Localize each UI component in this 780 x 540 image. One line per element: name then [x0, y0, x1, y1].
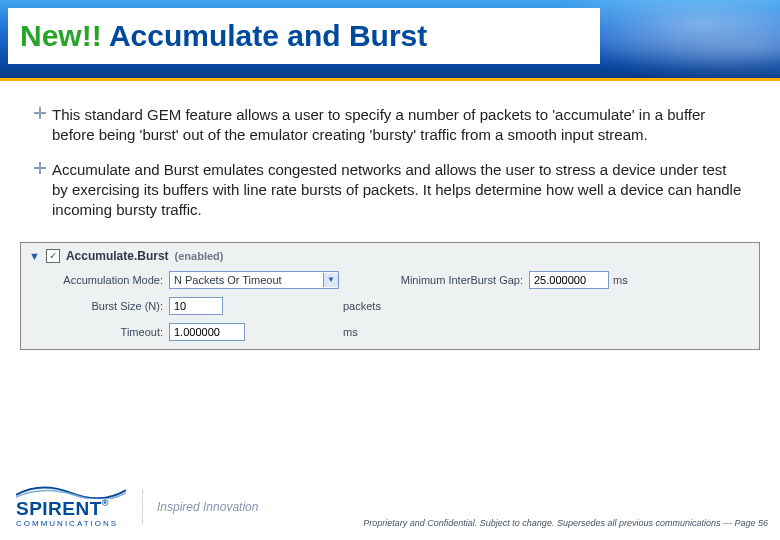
gap-input[interactable]: [529, 271, 609, 289]
logo-subname: COMMUNICATIONS: [16, 520, 126, 528]
bullet-text: Accumulate and Burst emulates congested …: [52, 160, 746, 221]
bullet-item: This standard GEM feature allows a user …: [34, 105, 746, 146]
mode-select[interactable]: N Packets Or Timeout ▼: [169, 271, 339, 289]
title-badge: New!!: [20, 19, 102, 52]
timeout-label: Timeout:: [29, 326, 169, 338]
bullet-icon: [34, 107, 52, 146]
slide-banner: New!! Accumulate and Burst: [0, 0, 780, 81]
gap-label: Minimum InterBurst Gap:: [379, 274, 529, 286]
burst-label: Burst Size (N):: [29, 300, 169, 312]
content-area: This standard GEM feature allows a user …: [0, 81, 780, 220]
svg-rect-1: [34, 112, 46, 114]
panel-status: (enabled): [175, 250, 224, 262]
tagline: Inspired Innovation: [142, 491, 258, 523]
burst-input[interactable]: [169, 297, 223, 315]
svg-rect-3: [34, 167, 46, 169]
panel-fields: Accumulation Mode: N Packets Or Timeout …: [21, 271, 759, 341]
timeout-input[interactable]: [169, 323, 245, 341]
panel-screenshot: ▼ ✓ Accumulate.Burst (enabled) Accumulat…: [0, 234, 780, 350]
title-bar: New!! Accumulate and Burst: [8, 8, 600, 64]
timeout-unit: ms: [339, 326, 633, 338]
slide-title: New!! Accumulate and Burst: [20, 19, 427, 53]
spirent-logo: SPIRENT® COMMUNICATIONS: [16, 485, 126, 528]
bullet-item: Accumulate and Burst emulates congested …: [34, 160, 746, 221]
footer-legal: Proprietary and Confidential. Subject to…: [363, 518, 768, 528]
logo-block: SPIRENT® COMMUNICATIONS Inspired Innovat…: [16, 485, 258, 528]
gap-unit: ms: [609, 274, 633, 286]
bullet-text: This standard GEM feature allows a user …: [52, 105, 746, 146]
burst-unit: packets: [339, 300, 633, 312]
accumulate-burst-panel: ▼ ✓ Accumulate.Burst (enabled) Accumulat…: [20, 242, 760, 350]
mode-value: N Packets Or Timeout: [174, 271, 282, 289]
bullet-icon: [34, 162, 52, 221]
collapse-toggle-icon[interactable]: ▼: [29, 250, 40, 262]
panel-header: ▼ ✓ Accumulate.Burst (enabled): [21, 243, 759, 271]
slide-footer: SPIRENT® COMMUNICATIONS Inspired Innovat…: [0, 485, 780, 530]
title-text: Accumulate and Burst: [102, 19, 428, 52]
enable-checkbox[interactable]: ✓: [46, 249, 60, 263]
panel-title: Accumulate.Burst: [66, 249, 169, 263]
chevron-down-icon: ▼: [323, 273, 338, 287]
mode-label: Accumulation Mode:: [29, 274, 169, 286]
logo-wave-icon: [16, 485, 126, 499]
logo-name: SPIRENT®: [16, 499, 126, 518]
